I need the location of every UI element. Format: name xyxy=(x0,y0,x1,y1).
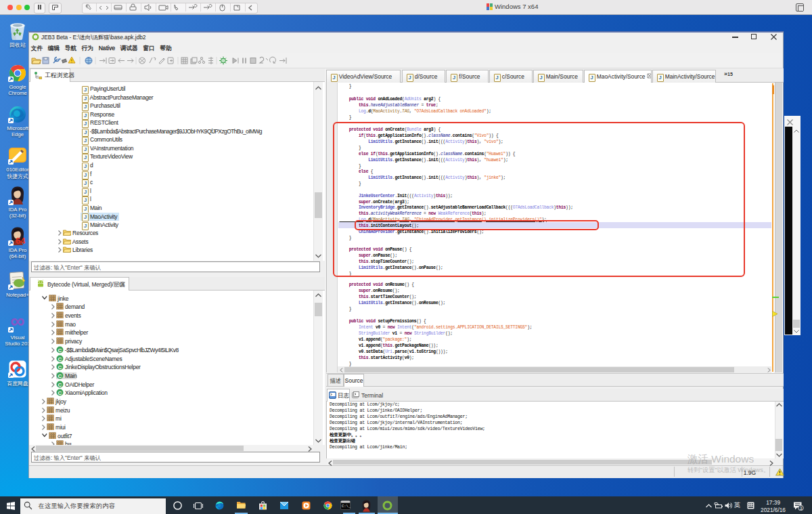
svg-text:C: C xyxy=(58,364,62,370)
svg-text:3: 3 xyxy=(800,506,803,511)
svg-text:C: C xyxy=(58,356,62,362)
svg-text:C: C xyxy=(58,381,62,387)
svg-text:64: 64 xyxy=(16,236,26,245)
svg-text:C: C xyxy=(58,347,62,353)
svg-text:C: C xyxy=(58,372,62,379)
svg-text:C:\_: C:\_ xyxy=(342,503,351,508)
svg-text:C: C xyxy=(58,390,62,396)
